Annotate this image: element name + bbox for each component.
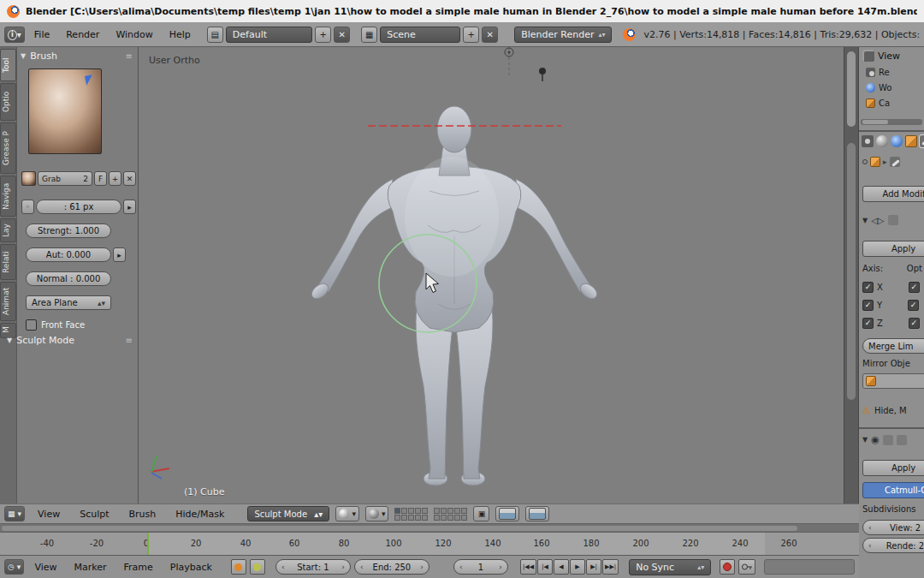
tab-options[interactable]: Optio: [0, 83, 16, 121]
viewport-menu-view[interactable]: View: [31, 509, 67, 520]
increment-arrow-icon[interactable]: ›: [341, 563, 345, 571]
layer-toggle[interactable]: [422, 508, 428, 514]
opengl-render-anim-button[interactable]: [525, 506, 549, 521]
3d-viewport[interactable]: User Ortho (1) Cube: [139, 47, 844, 504]
outliner-editor-icon[interactable]: [862, 50, 874, 62]
normal-weight-slider[interactable]: Normal : 0.000: [26, 271, 111, 286]
timeline-menu-playback[interactable]: Playback: [163, 562, 219, 573]
auto-keyframe-button[interactable]: [720, 559, 735, 575]
editor-type-button-3dview[interactable]: ▦▾: [4, 506, 25, 521]
unlink-brush-button[interactable]: ✕: [123, 171, 136, 186]
outliner-item[interactable]: Ca: [866, 98, 890, 108]
timeline-scrollbar[interactable]: [0, 524, 859, 533]
mode-selector[interactable]: Sculpt Mode ▴▾: [247, 506, 329, 521]
keying-set-field[interactable]: [764, 559, 855, 575]
scene-browse-button[interactable]: ▦: [361, 27, 377, 43]
layer-toggle[interactable]: [415, 515, 421, 521]
radius-pressure-button[interactable]: ▸: [123, 200, 136, 214]
increment-arrow-icon[interactable]: ›: [499, 563, 502, 571]
screen-layout-browse-button[interactable]: ▤: [207, 27, 223, 43]
next-keyframe-button[interactable]: ▶|: [586, 559, 601, 575]
option-checkbox[interactable]: ✓: [909, 318, 920, 329]
layer-toggle[interactable]: [394, 515, 400, 521]
layer-toggle[interactable]: [434, 508, 440, 514]
close-scene-button[interactable]: ✕: [482, 27, 498, 43]
scrollbar-handle[interactable]: [847, 51, 856, 127]
tab-navigation[interactable]: Naviga: [0, 176, 16, 217]
brush-strength-slider[interactable]: Strengt: 1.000: [26, 223, 111, 238]
layer-buttons-right[interactable]: [434, 508, 467, 521]
front-faces-checkbox[interactable]: [26, 319, 37, 331]
timeline-ruler[interactable]: -40 -20 0 20 40 60 80 100 120 140 160 18…: [0, 533, 859, 555]
layer-toggle[interactable]: [447, 508, 453, 514]
layer-toggle[interactable]: [454, 508, 460, 514]
region-scrollbar[interactable]: [844, 47, 859, 504]
layer-toggle[interactable]: [441, 508, 447, 514]
panel-grip-icon[interactable]: ≡: [126, 51, 133, 61]
layer-toggle[interactable]: [434, 515, 440, 521]
play-button[interactable]: ▶: [570, 559, 585, 575]
add-modifier-button[interactable]: Add Modifier: [862, 186, 924, 202]
brush-preview[interactable]: [28, 69, 102, 154]
scrollbar-handle[interactable]: [862, 120, 888, 124]
layer-toggle[interactable]: [441, 515, 447, 521]
tab-world-icon[interactable]: [891, 135, 903, 147]
brush-name-field[interactable]: Grab 2: [38, 171, 92, 186]
layer-toggle[interactable]: [422, 515, 428, 521]
layer-toggle[interactable]: [401, 515, 407, 521]
layer-buttons-left[interactable]: [394, 508, 428, 521]
jump-to-start-button[interactable]: |◀◀: [520, 559, 536, 575]
menu-window[interactable]: Window: [109, 29, 159, 40]
tab-modifiers-icon[interactable]: [920, 135, 924, 147]
outliner-hscrollbar[interactable]: [861, 119, 922, 125]
sculpt-plane-dropdown[interactable]: Area Plane ▴▾: [26, 295, 111, 310]
axis-z-checkbox[interactable]: ✓: [862, 318, 874, 329]
menu-file[interactable]: File: [27, 29, 56, 40]
mirror-modifier-header[interactable]: ▼ ◁▷: [862, 215, 898, 225]
tab-object-icon[interactable]: [905, 135, 917, 147]
start-frame-field[interactable]: ‹ Start: 1 ›: [275, 559, 351, 575]
option-checkbox[interactable]: ✓: [909, 282, 920, 293]
outliner-menu-view[interactable]: View: [878, 51, 900, 62]
subsurf-view-field[interactable]: ‹ View: 2 ›: [862, 520, 924, 535]
close-layout-button[interactable]: ✕: [334, 27, 350, 43]
layer-toggle[interactable]: [415, 508, 421, 514]
brush-thumbnail-icon[interactable]: [21, 171, 36, 186]
sculpt-mode-panel-header[interactable]: ▼ Sculpt Mode ≡: [7, 335, 133, 346]
layer-toggle[interactable]: [401, 508, 407, 514]
autosmooth-pressure-button[interactable]: ▸: [113, 247, 126, 262]
viewport-menu-hide-mask[interactable]: Hide/Mask: [169, 509, 231, 520]
frame-lock-button[interactable]: [250, 559, 265, 575]
layer-toggle[interactable]: [461, 508, 467, 514]
viewport-menu-sculpt[interactable]: Sculpt: [73, 509, 116, 520]
render-engine-selector[interactable]: Blender Render▴▾: [514, 27, 612, 43]
editor-type-button-info[interactable]: i▾: [4, 27, 25, 43]
decrement-arrow-icon[interactable]: ‹: [360, 563, 364, 571]
current-frame-field[interactable]: ‹ 1 ›: [453, 559, 508, 575]
modifier-toggle-icon[interactable]: [888, 215, 898, 225]
layer-toggle[interactable]: [394, 508, 400, 514]
viewport-shading-dropdown[interactable]: ▾: [335, 506, 359, 521]
layer-toggle[interactable]: [454, 515, 460, 521]
subdivision-algorithm-button[interactable]: Catmull-Cla: [862, 482, 924, 498]
opengl-render-button[interactable]: [495, 506, 519, 521]
decrement-arrow-icon[interactable]: ‹: [868, 523, 872, 532]
end-frame-field[interactable]: ‹ End: 250 ›: [354, 559, 429, 575]
add-scene-button[interactable]: +: [463, 27, 479, 43]
screen-layout-selector[interactable]: Default: [226, 27, 312, 43]
add-layout-button[interactable]: +: [315, 27, 331, 43]
tab-scene-icon[interactable]: [876, 135, 888, 147]
decrement-arrow-icon[interactable]: ‹: [281, 563, 285, 571]
autosmooth-slider[interactable]: Aut: 0.000: [26, 247, 111, 262]
radius-unit-button[interactable]: ◦: [21, 200, 34, 214]
timeline-menu-view[interactable]: View: [27, 562, 63, 573]
layer-toggle[interactable]: [408, 515, 414, 521]
pin-icon[interactable]: [862, 159, 868, 164]
axis-x-checkbox[interactable]: ✓: [862, 282, 874, 293]
timeline-menu-frame[interactable]: Frame: [117, 562, 160, 573]
pivot-point-dropdown[interactable]: ▾: [365, 506, 389, 521]
brush-panel-header[interactable]: ▼ Brush ≡: [21, 51, 133, 62]
outliner-item[interactable]: Wo: [866, 83, 891, 92]
current-frame-marker[interactable]: [147, 533, 149, 555]
mirror-object-field[interactable]: [862, 373, 924, 389]
